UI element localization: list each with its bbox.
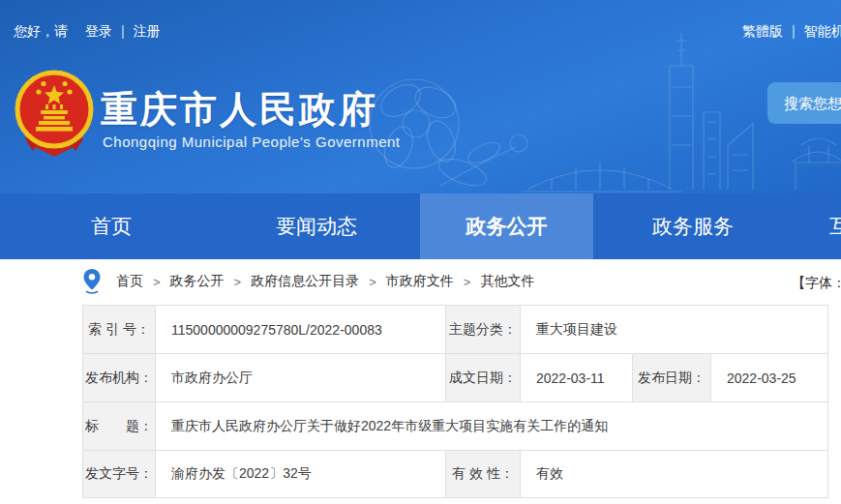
written-date-label: 成文日期： — [446, 354, 521, 402]
topic-category-label: 主题分类： — [446, 306, 521, 354]
font-size-control[interactable]: 【字体：大 中 小】 — [792, 275, 841, 292]
doc-title-label: 标 题： — [83, 402, 156, 451]
breadcrumb-item-other-docs[interactable]: 其他文件 — [480, 273, 534, 290]
breadcrumb-item-home[interactable]: 首页 — [116, 273, 143, 290]
search-input[interactable]: 搜索您想要的内容 — [767, 82, 841, 124]
breadcrumb-item-info-catalog[interactable]: 政府信息公开目录 — [251, 273, 359, 290]
doc-title-value: 重庆市人民政府办公厅关于做好2022年市级重大项目实施有关工作的通知 — [156, 402, 828, 451]
register-link[interactable]: 注册 — [134, 23, 161, 39]
index-number-value: 11500000009275780L/2022-00083 — [156, 306, 446, 354]
location-pin-icon — [83, 269, 101, 295]
utility-topbar: 您好，请登录|注册 繁體版|智能机器人 — [14, 23, 841, 43]
breadcrumb-item-city-docs[interactable]: 市政府文件 — [386, 273, 454, 290]
site-title: 重庆市人民政府 — [101, 85, 378, 134]
table-row: 索 引 号： 11500000009275780L/2022-00083 主题分… — [83, 306, 828, 354]
breadcrumb-separator: > — [369, 275, 376, 289]
breadcrumb-separator: > — [464, 275, 471, 289]
national-emblem-logo — [14, 70, 95, 163]
table-row: 发布机构： 市政府办公厅 成文日期： 2022-03-11 发布日期： 2022… — [83, 354, 828, 402]
table-row: 发文字号： 渝府办发〔2022〕32号 有 效 性： 有效 — [83, 451, 828, 498]
site-subtitle-english: Chongqing Municipal People's Government — [103, 133, 401, 150]
nav-item-gov-services[interactable]: 政务服务 — [596, 193, 790, 259]
nav-item-gov-info-open[interactable]: 政务公开 — [420, 193, 593, 259]
written-date-value: 2022-03-11 — [521, 354, 633, 402]
table-row: 标 题： 重庆市人民政府办公厅关于做好2022年市级重大项目实施有关工作的通知 — [83, 402, 828, 451]
doc-number-value: 渝府办发〔2022〕32号 — [156, 451, 446, 498]
main-navigation: 首页 要闻动态 政务公开 政务服务 互动交流 — [0, 193, 841, 259]
doc-info-table: 索 引 号： 11500000009275780L/2022-00083 主题分… — [82, 305, 828, 498]
smart-robot-link[interactable]: 智能机器人 — [804, 23, 841, 39]
nav-item-news[interactable]: 要闻动态 — [220, 193, 413, 259]
nav-item-home[interactable]: 首页 — [15, 193, 208, 259]
issuing-agency-label: 发布机构： — [83, 354, 156, 402]
index-number-label: 索 引 号： — [83, 306, 156, 354]
breadcrumb-separator: > — [234, 275, 242, 289]
validity-label: 有 效 性： — [446, 451, 521, 498]
issuing-agency-value: 市政府办公厅 — [156, 354, 446, 402]
breadcrumb-separator: > — [153, 275, 161, 289]
publish-date-label: 发布日期： — [633, 354, 711, 402]
breadcrumb: 首页 > 政务公开 > 政府信息公开目录 > 市政府文件 > 其他文件 — [83, 269, 534, 294]
validity-value: 有效 — [521, 451, 828, 498]
traditional-version-link[interactable]: 繁體版 — [742, 23, 783, 39]
nav-item-interaction[interactable]: 互动交流 — [829, 193, 841, 259]
topbar-divider: | — [121, 23, 125, 39]
topbar-divider-2: | — [792, 23, 796, 39]
login-link[interactable]: 登录 — [85, 23, 112, 39]
topic-category-value: 重大项目建设 — [521, 306, 828, 354]
breadcrumb-item-gov-open[interactable]: 政务公开 — [170, 273, 225, 290]
site-header: 您好，请登录|注册 繁體版|智能机器人 重庆市人民政府 Chongqing Mu… — [0, 0, 841, 193]
greeting-text: 您好，请 — [14, 23, 68, 39]
publish-date-value: 2022-03-25 — [711, 354, 828, 402]
doc-number-label: 发文字号： — [83, 451, 156, 498]
